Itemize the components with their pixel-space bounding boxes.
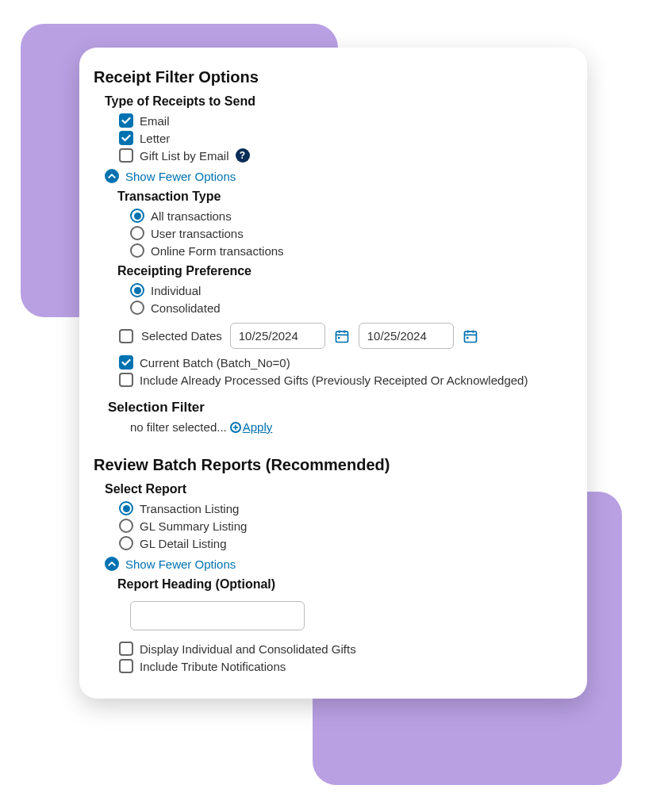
svg-rect-5	[464, 331, 476, 342]
display-ind-cons-checkbox[interactable]	[119, 642, 133, 656]
selection-filter-text: no filter selected...	[130, 420, 227, 434]
show-fewer-options-toggle-2[interactable]: Show Fewer Options	[105, 557, 565, 571]
transaction-type-heading: Transaction Type	[117, 190, 565, 204]
gl-summary-label: GL Summary Listing	[140, 519, 247, 533]
gift-list-checkbox[interactable]	[119, 148, 133, 163]
current-batch-label: Current Batch (Batch_No=0)	[140, 356, 290, 370]
chevron-up-icon	[105, 557, 119, 571]
date-from-input[interactable]	[230, 323, 325, 349]
options-card: Receipt Filter Options Type of Receipts …	[79, 48, 587, 699]
transaction-listing-label: Transaction Listing	[140, 502, 239, 515]
show-fewer-label-2: Show Fewer Options	[125, 557, 236, 571]
gl-detail-radio[interactable]	[119, 536, 133, 550]
consolidated-radio[interactable]	[130, 301, 144, 315]
review-batch-title: Review Batch Reports (Recommended)	[94, 456, 565, 474]
receipt-filter-title: Receipt Filter Options	[94, 68, 565, 86]
gift-list-checkbox-row: Gift List by Email ?	[119, 148, 565, 163]
online-form-transactions-label: Online Form transactions	[151, 244, 284, 258]
all-trans-row: All transactions	[130, 209, 565, 223]
display-ind-cons-label: Display Individual and Consolidated Gift…	[140, 642, 356, 656]
individual-radio[interactable]	[130, 283, 144, 297]
check-icon	[121, 133, 131, 143]
gl-detail-label: GL Detail Listing	[140, 537, 227, 550]
svg-rect-0	[336, 331, 347, 342]
current-batch-row: Current Batch (Batch_No=0)	[119, 355, 565, 370]
selection-filter-line: no filter selected... Apply	[130, 420, 565, 434]
online-form-transactions-radio[interactable]	[130, 243, 144, 258]
check-icon	[121, 116, 131, 125]
letter-checkbox-row: Letter	[119, 131, 565, 145]
gift-list-label: Gift List by Email	[140, 149, 229, 163]
type-of-receipts-heading: Type of Receipts to Send	[105, 94, 565, 109]
report-heading-input[interactable]	[130, 601, 305, 630]
online-trans-row: Online Form transactions	[130, 243, 565, 258]
individual-row: Individual	[130, 283, 565, 297]
user-transactions-label: User transactions	[151, 227, 244, 240]
consolidated-label: Consolidated	[151, 301, 221, 315]
help-icon[interactable]: ?	[236, 148, 250, 163]
svg-rect-4	[338, 336, 340, 339]
display-ind-cons-row: Display Individual and Consolidated Gift…	[119, 642, 565, 656]
letter-label: Letter	[140, 132, 170, 145]
transaction-listing-radio[interactable]	[119, 501, 133, 515]
include-tribute-label: Include Tribute Notifications	[140, 660, 286, 673]
gl-summary-radio[interactable]	[119, 519, 133, 533]
report-heading-heading: Report Heading (Optional)	[117, 577, 565, 592]
all-transactions-label: All transactions	[151, 209, 232, 223]
calendar-icon[interactable]	[333, 327, 351, 345]
show-fewer-options-toggle[interactable]: Show Fewer Options	[105, 169, 565, 183]
svg-rect-9	[466, 336, 469, 339]
selection-filter-heading: Selection Filter	[108, 400, 565, 416]
select-report-heading: Select Report	[105, 482, 565, 496]
consolidated-row: Consolidated	[130, 301, 565, 315]
individual-label: Individual	[151, 284, 201, 297]
selected-dates-label: Selected Dates	[141, 329, 222, 343]
apply-filter-link[interactable]: Apply	[230, 420, 273, 434]
include-processed-checkbox[interactable]	[119, 373, 133, 387]
selected-dates-checkbox[interactable]	[119, 329, 133, 343]
all-transactions-radio[interactable]	[130, 209, 144, 223]
user-transactions-radio[interactable]	[130, 226, 144, 240]
show-fewer-label: Show Fewer Options	[125, 170, 236, 183]
plus-circle-icon	[230, 422, 241, 433]
email-checkbox[interactable]	[119, 113, 133, 128]
user-trans-row: User transactions	[130, 226, 565, 240]
current-batch-checkbox[interactable]	[119, 355, 133, 370]
apply-label: Apply	[243, 420, 273, 434]
include-tribute-row: Include Tribute Notifications	[119, 659, 565, 673]
email-checkbox-row: Email	[119, 113, 565, 128]
gl-detail-row: GL Detail Listing	[119, 536, 565, 550]
check-icon	[121, 358, 131, 367]
gl-summary-row: GL Summary Listing	[119, 519, 565, 533]
selected-dates-row: Selected Dates	[119, 323, 565, 349]
chevron-up-icon	[105, 169, 119, 183]
calendar-icon[interactable]	[462, 327, 479, 345]
letter-checkbox[interactable]	[119, 131, 133, 145]
include-tribute-checkbox[interactable]	[119, 659, 133, 673]
date-to-input[interactable]	[359, 323, 454, 349]
receipting-pref-heading: Receipting Preference	[117, 264, 565, 278]
email-label: Email	[140, 114, 170, 128]
include-processed-row: Include Already Processed Gifts (Previou…	[119, 373, 565, 387]
transaction-listing-row: Transaction Listing	[119, 501, 565, 515]
include-processed-label: Include Already Processed Gifts (Previou…	[140, 373, 528, 387]
